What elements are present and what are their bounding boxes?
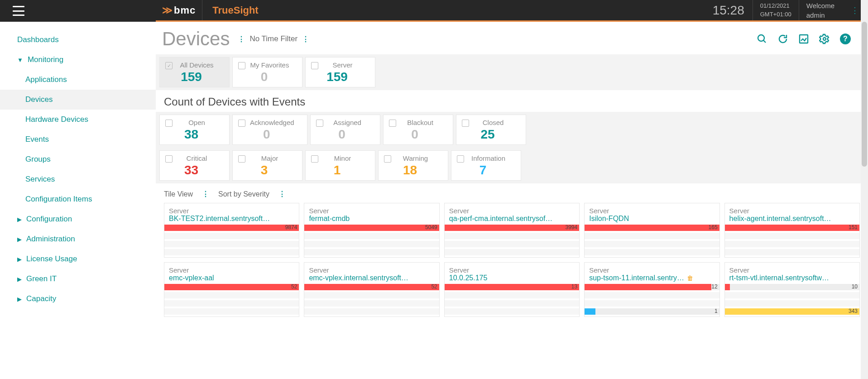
nav-configuration-items[interactable]: Configuration Items bbox=[0, 189, 156, 209]
time-filter-label[interactable]: No Time Filter bbox=[249, 34, 297, 43]
view-mode[interactable]: Tile View bbox=[164, 190, 193, 198]
tile-bar-empty bbox=[304, 241, 439, 247]
device-tile[interactable]: Server fermat-cmdb 5049 bbox=[304, 203, 439, 258]
tile-bar-empty bbox=[725, 249, 859, 255]
checkbox[interactable] bbox=[384, 155, 391, 163]
tile-bar-value: 165 bbox=[709, 224, 718, 230]
nav-monitoring[interactable]: Monitoring bbox=[0, 50, 156, 70]
checkbox[interactable] bbox=[238, 62, 245, 69]
device-tile[interactable]: Server qa-perf-cma.internal.sentrysof… 3… bbox=[444, 203, 580, 258]
trash-icon[interactable]: 🗑 bbox=[687, 274, 693, 282]
checkbox[interactable] bbox=[165, 120, 173, 127]
checkbox[interactable] bbox=[311, 155, 318, 163]
tile-type: Server bbox=[589, 266, 715, 274]
stat-label: Minor bbox=[312, 154, 362, 162]
stat-label: Critical bbox=[166, 154, 216, 162]
status-strip: Open 38 Acknowledged 0 Assigned 0 Blacko… bbox=[156, 112, 868, 148]
checkbox[interactable] bbox=[165, 62, 173, 69]
dashboard-icon[interactable] bbox=[798, 34, 809, 44]
tile-name[interactable]: rt-tsm-vtl.internal.sentrysoftw… bbox=[729, 274, 829, 282]
tile-name[interactable]: emc-vplex.internal.sentrysoft… bbox=[309, 274, 408, 282]
stat-card[interactable]: Warning 18 bbox=[378, 150, 448, 181]
nav-configuration[interactable]: Configuration bbox=[0, 209, 156, 229]
device-tile[interactable]: Server 10.0.25.175 13 bbox=[444, 262, 580, 317]
device-tile[interactable]: Server BK-TEST2.internal.sentrysoft… 987… bbox=[164, 203, 299, 258]
tile-name[interactable]: sup-tsom-11.internal.sentry… bbox=[589, 274, 684, 282]
device-tile[interactable]: Server emc-vplex-aal 52 bbox=[164, 262, 299, 317]
checkbox[interactable] bbox=[389, 120, 396, 127]
nav-administration-label: Administration bbox=[26, 235, 75, 244]
time-filter-menu[interactable]: ⋮ bbox=[297, 35, 314, 43]
nav-dashboards[interactable]: Dashboards bbox=[0, 30, 156, 50]
tile-bar-empty bbox=[304, 249, 439, 255]
nav-hardware-devices[interactable]: Hardware Devices bbox=[0, 110, 156, 130]
tile-name[interactable]: qa-perf-cma.internal.sentrysof… bbox=[449, 215, 553, 223]
checkbox[interactable] bbox=[311, 62, 318, 69]
stat-card[interactable]: Acknowledged 0 bbox=[232, 115, 307, 145]
device-tile[interactable]: Server emc-vplex.internal.sentrysoft… 52 bbox=[304, 262, 439, 317]
checkbox[interactable] bbox=[238, 120, 245, 127]
tile-name[interactable]: Isilon-FQDN bbox=[589, 215, 629, 223]
tile-bar-empty bbox=[304, 308, 439, 315]
brand-text: bmc bbox=[174, 5, 196, 16]
stat-card[interactable]: Closed 25 bbox=[456, 115, 526, 145]
stat-card[interactable]: Information 7 bbox=[451, 150, 521, 181]
stat-card[interactable]: Assigned 0 bbox=[310, 115, 380, 145]
menu-toggle[interactable] bbox=[13, 6, 24, 16]
tile-bar-value: 151 bbox=[849, 224, 858, 230]
page-title-menu[interactable]: ⋮ bbox=[233, 35, 249, 43]
checkbox[interactable] bbox=[462, 120, 469, 127]
filter-card[interactable]: All Devices 159 bbox=[159, 57, 230, 87]
filter-label: Server bbox=[312, 61, 362, 69]
tile-bar-empty bbox=[445, 241, 579, 247]
nav-services[interactable]: Services bbox=[0, 169, 156, 189]
tile-name[interactable]: emc-vplex-aal bbox=[169, 274, 214, 282]
sort-mode[interactable]: Sort by Severity bbox=[218, 190, 269, 198]
severity-strip: Critical 33 Major 3 Minor 1 Warning 18 I… bbox=[156, 148, 868, 183]
tile-bar-value: 12 bbox=[711, 283, 717, 290]
device-tile[interactable]: Server sup-tsom-11.internal.sentry…🗑 121 bbox=[584, 262, 719, 317]
stat-card[interactable]: Critical 33 bbox=[159, 150, 230, 181]
nav-license-usage[interactable]: License Usage bbox=[0, 249, 156, 269]
device-tile[interactable]: Server rt-tsm-vtl.internal.sentrysoftw… … bbox=[724, 262, 860, 317]
checkbox[interactable] bbox=[165, 155, 173, 163]
device-tile[interactable]: Server helix-agent.internal.sentrysoft… … bbox=[724, 203, 860, 258]
nav-administration[interactable]: Administration bbox=[0, 229, 156, 249]
tile-bar: 52 bbox=[304, 284, 439, 290]
search-icon[interactable] bbox=[757, 34, 767, 44]
stat-card[interactable]: Blackout 0 bbox=[383, 115, 453, 145]
sort-mode-menu[interactable]: ⋮ bbox=[274, 190, 290, 198]
checkbox[interactable] bbox=[238, 155, 245, 163]
refresh-icon[interactable] bbox=[777, 34, 788, 44]
gear-icon[interactable] bbox=[819, 34, 830, 44]
tile-bar-empty bbox=[445, 233, 579, 239]
tile-name[interactable]: helix-agent.internal.sentrysoft… bbox=[729, 215, 831, 223]
checkbox[interactable] bbox=[316, 120, 323, 127]
nav-applications[interactable]: Applications bbox=[0, 70, 156, 90]
tile-bar: 52 bbox=[164, 284, 299, 290]
tile-name[interactable]: fermat-cmdb bbox=[309, 215, 350, 223]
stat-card[interactable]: Major 3 bbox=[232, 150, 302, 181]
tile-bar-value: 1 bbox=[715, 308, 718, 314]
view-mode-menu[interactable]: ⋮ bbox=[197, 190, 214, 198]
tile-name[interactable]: BK-TEST2.internal.sentrysoft… bbox=[169, 215, 270, 223]
scrollbar-thumb[interactable] bbox=[862, 22, 867, 167]
tile-bar-value: 13 bbox=[571, 283, 577, 290]
nav-devices[interactable]: Devices bbox=[0, 90, 156, 110]
nav-groups[interactable]: Groups bbox=[0, 149, 156, 169]
filter-card[interactable]: Server 159 bbox=[305, 57, 375, 87]
nav-events[interactable]: Events bbox=[0, 130, 156, 149]
welcome-label: Welcome bbox=[806, 1, 834, 10]
checkbox[interactable] bbox=[457, 155, 464, 163]
stat-card[interactable]: Minor 1 bbox=[305, 150, 375, 181]
nav-capacity[interactable]: Capacity bbox=[0, 289, 156, 309]
nav-green-it-label: Green IT bbox=[26, 274, 57, 283]
nav-green-it[interactable]: Green IT bbox=[0, 269, 156, 289]
stat-card[interactable]: Open 38 bbox=[159, 115, 230, 145]
scrollbar[interactable] bbox=[861, 0, 868, 379]
bmc-logo-icon: ≫ bbox=[162, 5, 171, 16]
tile-name[interactable]: 10.0.25.175 bbox=[449, 274, 488, 282]
filter-card[interactable]: My Favorites 0 bbox=[232, 57, 302, 87]
help-icon[interactable]: ? bbox=[840, 34, 851, 44]
device-tile[interactable]: Server Isilon-FQDN 165 bbox=[584, 203, 719, 258]
